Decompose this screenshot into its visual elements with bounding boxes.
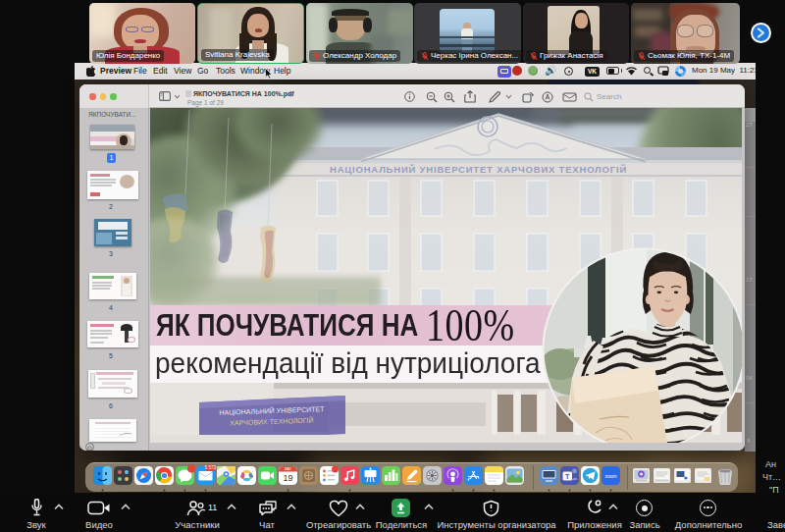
svg-text:zoom: zoom (604, 473, 616, 479)
svg-text:T: T (565, 473, 570, 480)
svg-text:5 573: 5 573 (205, 465, 217, 470)
svg-text:19: 19 (283, 473, 292, 483)
svg-text:MAY: MAY (285, 467, 292, 471)
